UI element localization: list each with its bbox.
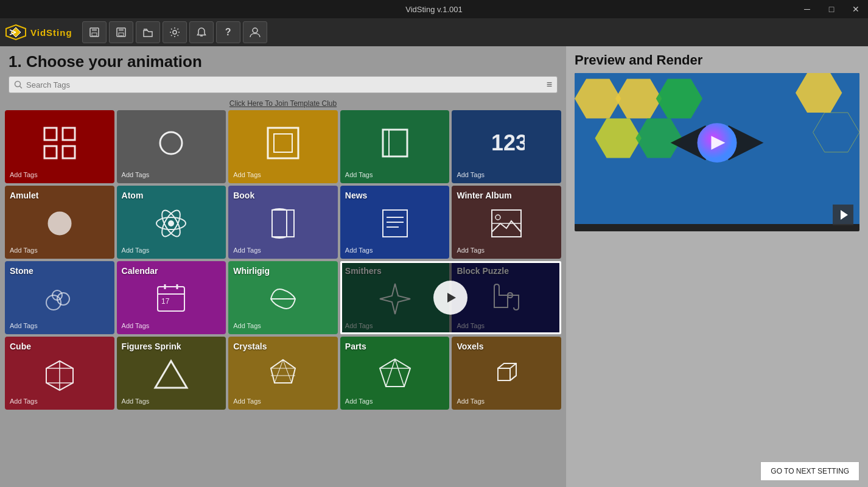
tile-icon-triangle (122, 351, 222, 398)
preview-play-button[interactable] (833, 205, 853, 225)
tile-title-15: Cube (10, 342, 31, 351)
tile-title-7: Book (233, 191, 254, 200)
play-button-large[interactable] (433, 281, 467, 315)
tile-icon-book (233, 200, 333, 247)
notification-button[interactable] (189, 21, 214, 43)
svg-rect-31 (383, 210, 407, 237)
tile-tile-7[interactable]: BookAdd Tags (228, 186, 338, 259)
tile-icon-cube (10, 351, 110, 398)
tile-tags-18[interactable]: Add Tags (345, 398, 373, 405)
tile-tile-6[interactable]: AtomAdd Tags (117, 186, 226, 259)
logo-icon (5, 24, 27, 41)
tile-icon-amulet (10, 200, 110, 247)
tile-tile-0[interactable]: Add Tags (5, 110, 114, 183)
tile-title-6: Atom (122, 191, 144, 200)
tile-tags-3[interactable]: Add Tags (345, 171, 373, 178)
tile-tags-10[interactable]: Add Tags (10, 322, 38, 329)
titlebar-controls: ─ □ ✕ (795, 0, 868, 18)
tile-tags-0[interactable]: Add Tags (10, 171, 38, 178)
tile-tags-7[interactable]: Add Tags (233, 247, 261, 254)
tile-tile-5[interactable]: AmuletAdd Tags (5, 186, 114, 259)
svg-point-11 (173, 30, 177, 34)
preview-background (575, 73, 859, 224)
svg-text:17: 17 (161, 297, 170, 306)
open-button[interactable] (136, 21, 160, 43)
svg-rect-23 (383, 130, 407, 156)
svg-rect-17 (63, 128, 75, 140)
search-input[interactable] (26, 80, 543, 89)
left-panel: 1. Choose your animation ≡ Click Here To… (0, 46, 566, 487)
tile-icon-book2 (345, 115, 445, 171)
svg-rect-18 (44, 146, 57, 158)
svg-point-26 (49, 212, 71, 234)
svg-line-61 (510, 363, 516, 368)
preview-title: Preview and Render (575, 52, 859, 68)
search-bar: ≡ (9, 76, 558, 93)
tile-tile-15[interactable]: CubeAdd Tags (5, 337, 114, 410)
tile-tags-12[interactable]: Add Tags (233, 322, 261, 329)
tile-tile-9[interactable]: Winter AlbumAdd Tags (452, 186, 561, 259)
help-button[interactable]: ? (216, 21, 240, 43)
tile-title-11: Calendar (122, 266, 158, 276)
svg-line-62 (510, 376, 516, 380)
svg-rect-6 (92, 33, 97, 36)
tile-tags-15[interactable]: Add Tags (10, 398, 38, 405)
tile-tags-1[interactable]: Add Tags (122, 171, 150, 178)
tile-tile-18[interactable]: PartsAdd Tags (340, 337, 450, 410)
svg-point-20 (160, 132, 182, 154)
play-overlay[interactable] (340, 261, 561, 334)
save-button[interactable] (82, 21, 107, 43)
main-area: 1. Choose your animation ≡ Click Here To… (0, 46, 868, 487)
tile-tags-19[interactable]: Add Tags (457, 398, 485, 405)
tile-title-5: Amulet (10, 191, 38, 200)
minimize-button[interactable]: ─ (795, 0, 819, 18)
tile-tags-16[interactable]: Add Tags (122, 398, 150, 405)
tile-tile-3[interactable]: Add Tags (340, 110, 450, 183)
page-title: 1. Choose your animation (9, 52, 558, 71)
tile-tile-4[interactable]: 123Add Tags (452, 110, 561, 183)
svg-marker-51 (271, 360, 295, 383)
go-to-next-setting-button[interactable]: GO TO NEXT SETTING (760, 461, 859, 481)
tile-tile-16[interactable]: Figures SprinkAdd Tags (117, 337, 226, 410)
tile-title-17: Crystals (233, 342, 267, 351)
tile-title-18: Parts (345, 342, 366, 351)
tile-tags-5[interactable]: Add Tags (10, 247, 38, 254)
svg-rect-21 (268, 128, 298, 158)
tile-tile-1[interactable]: Add Tags (117, 110, 226, 183)
tile-tile-11[interactable]: Calendar17Add Tags (117, 261, 226, 334)
tile-tile-12[interactable]: WhirligigAdd Tags (228, 261, 338, 334)
svg-point-14 (15, 82, 21, 87)
tile-title-16: Figures Sprink (122, 342, 181, 351)
tile-tile-2[interactable]: Add Tags (228, 110, 338, 183)
menu-icon[interactable]: ≡ (547, 79, 552, 90)
maximize-button[interactable]: □ (819, 0, 844, 18)
tile-icon-voxels (457, 351, 556, 398)
tile-icon-circle (122, 115, 222, 171)
tile-tags-9[interactable]: Add Tags (457, 247, 485, 254)
tile-tile-17[interactable]: CrystalsAdd Tags (228, 337, 338, 410)
tile-tile-8[interactable]: NewsAdd Tags (340, 186, 450, 259)
tile-title-8: News (345, 191, 368, 200)
svg-rect-22 (274, 134, 292, 152)
logo: VidSting (5, 24, 72, 41)
close-button[interactable]: ✕ (844, 0, 868, 18)
svg-rect-5 (92, 28, 97, 31)
user-button[interactable] (243, 21, 267, 43)
tile-tags-8[interactable]: Add Tags (345, 247, 373, 254)
save-as-button[interactable]: + (109, 21, 133, 43)
settings-button[interactable] (163, 21, 187, 43)
template-club-link[interactable]: Click Here To Join Template Club (0, 97, 566, 110)
tile-tile-19[interactable]: VoxelsAdd Tags (452, 337, 561, 410)
tile-tags-11[interactable]: Add Tags (122, 322, 150, 329)
tile-tags-6[interactable]: Add Tags (122, 247, 150, 254)
svg-marker-63 (447, 293, 456, 303)
tile-title-12: Whirligig (233, 266, 270, 276)
panel-header: 1. Choose your animation ≡ (0, 46, 566, 97)
tile-tile-10[interactable]: StoneAdd Tags (5, 261, 114, 334)
svg-point-27 (168, 220, 174, 226)
tile-tags-17[interactable]: Add Tags (233, 398, 261, 405)
tile-tags-4[interactable]: Add Tags (457, 171, 485, 178)
svg-point-37 (495, 215, 500, 220)
tile-tags-2[interactable]: Add Tags (233, 171, 261, 178)
tile-title-19: Voxels (457, 342, 483, 351)
